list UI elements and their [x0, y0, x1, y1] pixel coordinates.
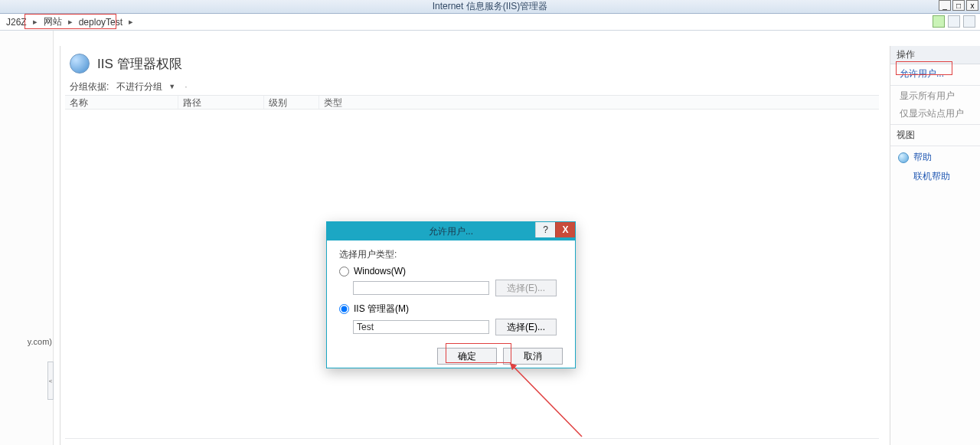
select-user-type-label: 选择用户类型: — [339, 248, 563, 261]
iis-field-row: 选择(E)... — [353, 319, 563, 335]
help-icon — [898, 152, 909, 163]
dialog-titlebar[interactable]: 允许用户... ? X — [327, 222, 575, 240]
option-windows-row: Windows(W) — [339, 266, 563, 276]
action-show-site-users: 仅显示站点用户 — [890, 105, 980, 123]
breadcrumb-root[interactable]: J26Z — [3, 15, 30, 30]
dialog-title: 允许用户... — [429, 225, 473, 238]
action-online-help[interactable]: 联机帮助 — [890, 167, 980, 186]
radio-windows[interactable] — [339, 267, 349, 276]
separator: · — [185, 81, 187, 92]
list-header: 名称 路径 级别 类型 — [65, 96, 879, 110]
minimize-button[interactable]: _ — [939, 0, 951, 11]
page-title: IIS 管理器权限 — [97, 55, 182, 73]
main-header: IIS 管理器权限 — [60, 46, 884, 78]
action-show-all-users: 显示所有用户 — [890, 87, 980, 105]
actions-panel: 操作 允许用户... 显示所有用户 仅显示站点用户 视图 帮助 联机帮助 — [890, 46, 980, 445]
chevron-down-icon: ▼ — [168, 83, 175, 90]
maximize-button[interactable]: □ — [952, 0, 965, 11]
addrbar-right-icons — [933, 15, 975, 28]
windows-field-row: 选择(E)... — [353, 280, 563, 296]
dialog-footer-buttons: 确定 取消 — [327, 348, 575, 365]
actions-view-label: 视图 — [890, 126, 980, 144]
stop-icon[interactable] — [948, 15, 960, 28]
col-level[interactable]: 级别 — [264, 96, 319, 109]
dialog-body: 选择用户类型: Windows(W) 选择(E)... IIS 管理器(M) 选… — [327, 240, 575, 348]
window-buttons: _ □ x — [937, 0, 978, 11]
group-by-row: 分组依据: 不进行分组 ▼ · — [60, 78, 884, 95]
group-by-dropdown[interactable]: 不进行分组 ▼ — [113, 80, 178, 93]
home-icon[interactable] — [963, 15, 975, 28]
globe-icon — [70, 54, 90, 74]
dialog-close-button[interactable]: X — [555, 222, 575, 237]
iis-user-input[interactable] — [353, 320, 489, 334]
windows-user-input — [353, 281, 489, 295]
titlebar: Internet 信息服务(IIS)管理器 _ □ x — [0, 0, 980, 14]
cancel-button[interactable]: 取消 — [503, 348, 563, 365]
actions-title: 操作 — [890, 46, 980, 64]
chevron-right-icon: ▸ — [65, 15, 76, 30]
radio-iis-label: IIS 管理器(M) — [354, 303, 409, 316]
chevron-right-icon: ▸ — [126, 15, 136, 30]
col-type[interactable]: 类型 — [319, 96, 365, 109]
group-by-label: 分组依据: — [70, 80, 109, 93]
group-by-value: 不进行分组 — [116, 80, 162, 93]
col-name[interactable]: 名称 — [65, 96, 178, 109]
action-help-label: 帮助 — [913, 151, 932, 164]
tree-collapse-handle[interactable]: < — [47, 362, 54, 400]
tree-cut-text: y.com) — [0, 337, 52, 346]
tree-panel-collapsed: y.com) < — [0, 31, 54, 445]
radio-iis-manager[interactable] — [339, 304, 349, 314]
app-title: Internet 信息服务(IIS)管理器 — [433, 0, 548, 13]
windows-select-button: 选择(E)... — [495, 280, 557, 296]
option-iis-row: IIS 管理器(M) — [339, 303, 563, 316]
action-allow-user[interactable]: 允许用户... — [890, 64, 980, 83]
allow-user-dialog: 允许用户... ? X 选择用户类型: Windows(W) 选择(E)... … — [326, 221, 576, 368]
col-path[interactable]: 路径 — [178, 96, 264, 109]
breadcrumb-deploytest[interactable]: deployTest — [76, 15, 126, 30]
breadcrumb-sites[interactable]: 网站 — [41, 15, 65, 30]
iis-select-button[interactable]: 选择(E)... — [495, 319, 557, 335]
dialog-help-button[interactable]: ? — [535, 222, 555, 237]
breadcrumb-bar: J26Z ▸ 网站 ▸ deployTest ▸ — [0, 14, 980, 31]
action-help[interactable]: 帮助 — [890, 148, 980, 167]
chevron-right-icon: ▸ — [30, 15, 41, 30]
refresh-icon[interactable] — [933, 15, 945, 28]
ok-button[interactable]: 确定 — [437, 348, 497, 365]
radio-windows-label: Windows(W) — [354, 266, 406, 276]
close-window-button[interactable]: x — [966, 0, 978, 11]
